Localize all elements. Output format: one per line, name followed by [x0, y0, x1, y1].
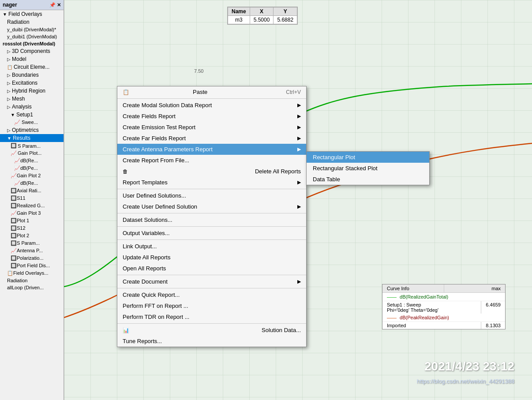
- modal-solution-arrow: ▶: [297, 102, 301, 108]
- menu-item-tdr[interactable]: Perform TDR on Report ...: [117, 311, 306, 322]
- pin-icon[interactable]: 📌 ✕: [49, 2, 61, 8]
- menu-item-fields-report[interactable]: Create Fields Report ▶: [117, 111, 306, 122]
- coord-table: Name X Y m3 5.5000 5.6882: [227, 7, 298, 25]
- curve-info-max-col: max: [444, 284, 506, 292]
- menu-item-report-templates[interactable]: Report Templates ▶: [117, 177, 306, 188]
- context-menu: 📋 Paste Ctrl+V Create Modal Solution Dat…: [117, 86, 307, 347]
- solution-data-icon: 📊: [123, 327, 129, 333]
- tune-reports-label: Tune Reports...: [123, 338, 162, 344]
- tree-item-optimetrics[interactable]: ▷Optimetrics: [0, 126, 64, 134]
- left-panel: nager 📌 ✕ ▼Field Overlays Radiation y_du…: [0, 0, 64, 400]
- menu-item-emission-test[interactable]: Create Emission Test Report ▶: [117, 122, 306, 133]
- tree-item-gain-plot2[interactable]: 📈Gain Plot 2: [0, 172, 64, 179]
- tree-item-db-re2[interactable]: 📈dB(Re...: [0, 179, 64, 187]
- y-axis-label: 7.50: [194, 68, 203, 74]
- tree-item-y-duibi1[interactable]: y_duibi1 (DrivenModal): [0, 33, 64, 40]
- menu-item-far-fields[interactable]: Create Far Fields Report ▶: [117, 133, 306, 144]
- menu-item-open-reports[interactable]: Open All Reports: [117, 263, 306, 274]
- curve-info-red-detail: Imported 8.1303: [382, 322, 505, 329]
- tree-item-excitations[interactable]: ▷Excitations: [0, 79, 64, 87]
- create-doc-label: Create Document: [123, 278, 297, 285]
- tree-item-antenna-p[interactable]: 📈Antenna P...: [0, 247, 64, 254]
- green-curve-value: 6.4659: [481, 301, 505, 314]
- tree-item-sparam2[interactable]: 🔲S Param...: [0, 239, 64, 247]
- timestamp: 2021/4/23 23:12: [424, 359, 514, 374]
- tree-item-mesh[interactable]: ▷Mesh: [0, 95, 64, 103]
- tree-item-setup1[interactable]: ▼Setup1: [0, 111, 64, 119]
- tree-item-analysis[interactable]: ▷Analysis: [0, 103, 64, 111]
- tree-item-s12[interactable]: 🔲S12: [0, 224, 64, 232]
- col-header-x: X: [250, 7, 273, 16]
- menu-item-fft[interactable]: Perform FFT on Report ...: [117, 300, 306, 311]
- tree-item-realized-g[interactable]: 🔲Realized G...: [0, 202, 64, 209]
- tree-item-boundaries[interactable]: ▷Boundaries: [0, 71, 64, 79]
- create-doc-arrow: ▶: [297, 279, 301, 284]
- tree-item-gain-plot3[interactable]: 📈Gain Plot 3: [0, 209, 64, 217]
- menu-item-paste[interactable]: 📋 Paste Ctrl+V: [117, 86, 306, 97]
- coord-x: 5.5000: [250, 16, 273, 24]
- fields-report-label: Create Fields Report: [123, 113, 297, 120]
- tree-item-db-re[interactable]: 📈dB(Re...: [0, 157, 64, 164]
- menu-item-create-doc[interactable]: Create Document ▶: [117, 276, 306, 287]
- report-from-file-label: Create Report From File...: [123, 157, 189, 164]
- menu-item-modal-solution[interactable]: Create Modal Solution Data Report ▶: [117, 100, 306, 111]
- green-curve-detail: Setup1 : Sweep: [387, 302, 421, 307]
- tree-item-3d-components[interactable]: ▷3D Components: [0, 47, 64, 55]
- tree-item-allloop[interactable]: allLoop (Driven...: [0, 284, 64, 291]
- tree-item-sparam[interactable]: 🔲S Param...: [0, 142, 64, 150]
- tree-item-plot1[interactable]: 🔲Plot 1: [0, 217, 64, 224]
- tree-item-field-overlays[interactable]: ▼Field Overlays: [0, 10, 64, 18]
- menu-item-tune-reports[interactable]: Tune Reports...: [117, 336, 306, 347]
- delete-reports-label: Delete All Reports: [255, 168, 301, 175]
- tree-item-circuit[interactable]: 📋Circuit Eleme...: [0, 63, 64, 71]
- red-curve-detail: Imported: [382, 322, 481, 329]
- report-templates-arrow: ▶: [297, 179, 301, 185]
- tree-item-polarizatio[interactable]: 🔲Polarizatio...: [0, 254, 64, 262]
- tree-item-radiation2[interactable]: Radiation: [0, 277, 64, 284]
- tree-item-rossslot[interactable]: rossslot (DrivenModal): [0, 40, 64, 47]
- tree-item-radiation[interactable]: Radiation: [0, 18, 64, 26]
- antenna-params-arrow: ▶: [297, 146, 301, 152]
- tree-item-field-overlays2[interactable]: 📋Field Overlays...: [0, 269, 64, 277]
- tree-item-hybrid-region[interactable]: ▷Hybrid Region: [0, 87, 64, 95]
- tree-item-plot2[interactable]: 🔲Plot 2: [0, 232, 64, 239]
- menu-item-link-output[interactable]: Link Output...: [117, 241, 306, 252]
- panel-title-text: nager: [3, 2, 17, 8]
- menu-item-quick-report[interactable]: Create Quick Report...: [117, 289, 306, 300]
- far-fields-arrow: ▶: [297, 135, 301, 141]
- menu-item-report-from-file[interactable]: Create Report From File...: [117, 155, 306, 166]
- data-table-label: Data Table: [313, 176, 340, 183]
- tree-item-y-duibi[interactable]: y_duibi (DrivenModal)*: [0, 26, 64, 33]
- tree-item-db-pe[interactable]: 📈dB(Pe...: [0, 164, 64, 172]
- tree-item-port-field[interactable]: 🔲Port Field Dis...: [0, 262, 64, 269]
- tree-item-results[interactable]: ▼Results: [0, 134, 64, 142]
- menu-item-delete-reports[interactable]: 🗑 Delete All Reports: [117, 166, 306, 177]
- menu-item-user-defined[interactable]: User Defined Solutions...: [117, 190, 306, 201]
- chart-area: 7.50 Name X Y m3 5.5000 5.6882: [64, 0, 532, 400]
- coord-row: m3 5.5000 5.6882: [228, 16, 297, 24]
- tree-item-axial-ratio[interactable]: 🔲Axial Rati...: [0, 187, 64, 194]
- menu-item-solution-data[interactable]: 📊 Solution Data...: [117, 325, 306, 336]
- tree-item-gain-plot[interactable]: 📈Gain Plot...: [0, 150, 64, 157]
- submenu-data-table[interactable]: Data Table: [307, 174, 429, 185]
- tree-item-sweep[interactable]: 📈 Swee...: [0, 119, 64, 126]
- report-templates-label: Report Templates: [123, 179, 297, 186]
- submenu-rectangular-stacked[interactable]: Rectangular Stacked Plot: [307, 163, 429, 174]
- output-vars-label: Output Variables...: [123, 230, 170, 236]
- curve-info-green-detail: Setup1 : Sweep Phi='0deg' Theta='0deg' 6…: [382, 301, 505, 314]
- antenna-params-label: Create Antenna Parameters Report: [123, 146, 297, 153]
- expand-arrow: ▼: [3, 12, 7, 17]
- tree-item-model[interactable]: ▷Model: [0, 55, 64, 63]
- solution-data-label: Solution Data...: [262, 327, 301, 333]
- menu-item-create-user-defined[interactable]: Create User Defined Solution ▶: [117, 201, 306, 212]
- menu-item-dataset[interactable]: Dataset Solutions...: [117, 214, 306, 225]
- submenu-rectangular-plot[interactable]: Rectangular Plot: [307, 152, 429, 163]
- menu-item-update-reports[interactable]: Update All Reports: [117, 252, 306, 263]
- menu-item-output-vars[interactable]: Output Variables...: [117, 228, 306, 239]
- red-curve-name: dB(PeakRealizedGain): [400, 315, 449, 320]
- curve-info-panel: Curve Info max —— dB(RealizedGainTotal) …: [382, 284, 506, 329]
- quick-report-label: Create Quick Report...: [123, 292, 180, 298]
- tdr-label: Perform TDR on Report ...: [123, 314, 189, 320]
- menu-item-antenna-params[interactable]: Create Antenna Parameters Report ▶: [117, 144, 306, 155]
- tree-item-s11[interactable]: 🔲S11: [0, 194, 64, 202]
